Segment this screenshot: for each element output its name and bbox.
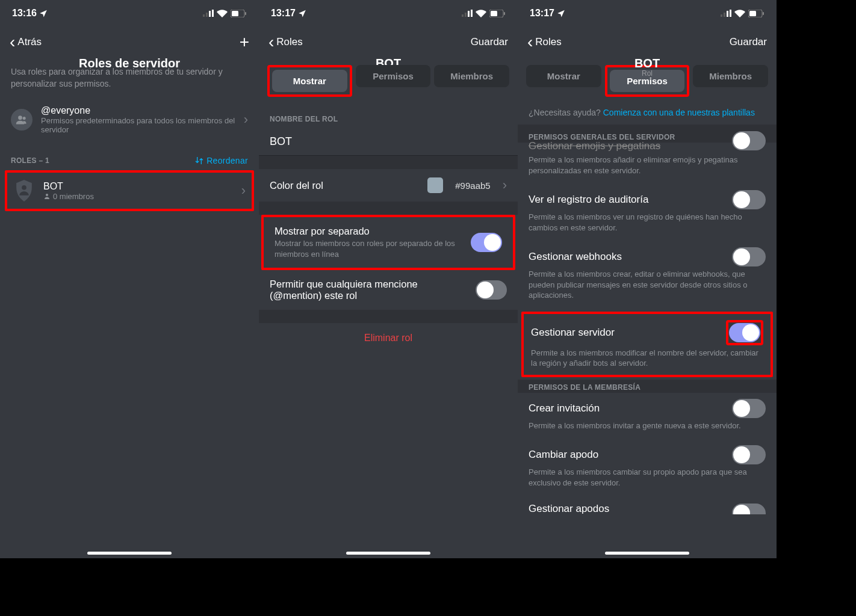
back-button[interactable]: ‹ Atrás: [10, 34, 42, 51]
svg-rect-17: [504, 12, 505, 15]
svg-rect-11: [462, 14, 464, 17]
location-icon: [298, 9, 306, 17]
color-swatch: [427, 177, 443, 193]
chevron-right-icon: ›: [244, 112, 248, 128]
nav-bar: ‹ Roles BOT Rol Guardar: [259, 26, 518, 58]
chevron-right-icon: ›: [503, 177, 507, 193]
home-indicator[interactable]: [87, 552, 172, 555]
svg-point-7: [18, 116, 22, 120]
chevron-left-icon: ‹: [527, 34, 533, 51]
svg-rect-13: [468, 11, 470, 17]
tab-show[interactable]: Mostrar: [272, 70, 347, 92]
svg-point-8: [23, 117, 26, 120]
everyone-sub: Permisos predeterminados para todos los …: [41, 116, 235, 134]
bot-role-item[interactable]: BOT 0 miembros ›: [7, 173, 252, 209]
role-name-label: NOMBRE DEL ROL: [259, 104, 518, 128]
perm-manage-nicknames: Gestionar apodos: [518, 497, 777, 515]
server-title: Gestionar servidor: [531, 327, 615, 339]
server-toggle[interactable]: [729, 323, 760, 342]
invite-title: Crear invitación: [529, 402, 600, 414]
show-separately-desc: Mostrar los miembros con roles por separ…: [274, 238, 464, 259]
home-indicator[interactable]: [346, 552, 430, 555]
mention-toggle[interactable]: [476, 280, 507, 300]
panel-roles-list: 13:16 ‹ Atrás Roles de servidor + Usa ro…: [0, 0, 259, 558]
mention-row: Permitir que cualquiera mencione (@menti…: [259, 270, 518, 310]
back-button[interactable]: ‹ Roles: [268, 34, 303, 51]
templates-link[interactable]: Comienza con una de nuestras plantillas: [603, 108, 755, 117]
perm-manage-emojis: Gestionar emojis y pegatinas Permite a l…: [518, 140, 777, 184]
nickname-desc: Permite a los miembros cambiar su propio…: [529, 467, 766, 488]
everyone-title: @everyone: [41, 105, 235, 116]
svg-rect-0: [203, 14, 205, 17]
page-title: Roles de servidor: [79, 57, 180, 70]
save-button[interactable]: Guardar: [471, 36, 508, 48]
color-label: Color del rol: [270, 180, 420, 191]
svg-point-10: [46, 194, 48, 196]
webhooks-toggle[interactable]: [732, 247, 766, 266]
membership-perms-header: PERMISOS DE LA MEMBRESÍA: [518, 380, 777, 393]
svg-rect-14: [471, 10, 473, 17]
chevron-right-icon: ›: [241, 183, 246, 199]
audit-title: Ver el registro de auditoría: [529, 194, 648, 206]
location-icon: [39, 9, 48, 17]
tab-permissions[interactable]: Permisos: [356, 65, 431, 87]
perm-create-invite: Crear invitación Permite a los miembros …: [518, 393, 777, 440]
emoji-toggle[interactable]: [732, 131, 766, 150]
chevron-left-icon: ‹: [268, 34, 274, 51]
webhooks-title: Gestionar webhooks: [529, 251, 622, 263]
add-role-button[interactable]: +: [240, 32, 249, 52]
perm-webhooks: Gestionar webhooks Permite a los miembro…: [518, 241, 777, 309]
back-label: Atrás: [17, 36, 42, 48]
svg-rect-5: [232, 11, 238, 16]
svg-rect-12: [465, 13, 467, 17]
tab-show[interactable]: Mostrar: [526, 65, 601, 87]
people-icon: [11, 109, 33, 131]
wifi-icon: [734, 10, 745, 17]
battery-icon: [748, 10, 765, 17]
back-label: Roles: [276, 36, 302, 48]
tab-members[interactable]: Miembros: [434, 65, 509, 87]
audit-desc: Permite a los miembros ver un registro d…: [529, 212, 766, 233]
svg-rect-21: [730, 10, 731, 17]
color-value: #99aab5: [455, 180, 490, 191]
show-separately-row: Mostrar por separado Mostrar los miembro…: [264, 217, 513, 268]
svg-rect-6: [245, 12, 246, 15]
invite-toggle[interactable]: [732, 399, 766, 418]
delete-role-button[interactable]: Eliminar rol: [259, 323, 518, 353]
perm-change-nickname: Cambiar apodo Permite a los miembros cam…: [518, 439, 777, 496]
role-name-input[interactable]: BOT: [259, 128, 518, 156]
save-button[interactable]: Guardar: [730, 36, 767, 48]
audit-toggle[interactable]: [732, 190, 766, 209]
status-time: 13:16: [12, 8, 37, 19]
home-indicator[interactable]: [605, 552, 689, 555]
nickname-toggle[interactable]: [732, 445, 766, 464]
manage-nick-title: Gestionar apodos: [529, 503, 609, 515]
manage-nick-toggle[interactable]: [732, 504, 766, 514]
svg-rect-3: [212, 10, 214, 17]
status-bar: 13:16: [0, 0, 259, 26]
mention-title: Permitir que cualquiera mencione (@menti…: [270, 279, 468, 301]
tab-members[interactable]: Miembros: [693, 65, 768, 87]
roles-count-label: ROLES – 1: [11, 156, 49, 165]
everyone-role-item[interactable]: @everyone Permisos predeterminados para …: [0, 98, 259, 141]
svg-rect-19: [724, 13, 725, 17]
nav-bar: ‹ Atrás Roles de servidor +: [0, 26, 259, 58]
back-button[interactable]: ‹ Roles: [527, 34, 562, 51]
status-time: 13:17: [530, 8, 554, 19]
svg-rect-18: [721, 14, 722, 17]
page-subtitle: Rol: [634, 69, 660, 78]
emoji-desc: Permite a los miembros añadir o eliminar…: [529, 155, 766, 176]
back-label: Roles: [535, 36, 561, 48]
show-separately-toggle[interactable]: [471, 233, 502, 252]
location-icon: [557, 9, 565, 17]
role-color-row[interactable]: Color del rol #99aab5 ›: [259, 169, 518, 202]
reorder-button[interactable]: Reordenar: [194, 156, 248, 165]
svg-rect-2: [209, 11, 211, 17]
status-time: 13:17: [271, 8, 296, 19]
wifi-icon: [476, 10, 486, 17]
show-separately-title: Mostrar por separado: [274, 226, 464, 237]
battery-icon: [231, 10, 247, 17]
webhooks-desc: Permite a los miembros crear, editar o e…: [529, 269, 766, 301]
svg-point-9: [22, 185, 26, 190]
role-name: BOT: [43, 181, 233, 192]
